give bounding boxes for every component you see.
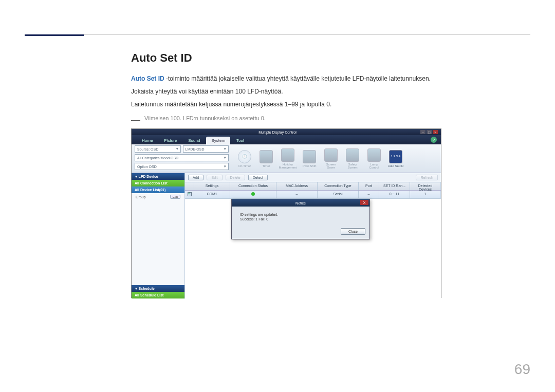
col-mac: MAC Address [276,182,318,190]
sidebar-head-lfd[interactable]: LFD Device [132,173,184,180]
delete-button[interactable]: Delete [226,175,245,180]
combo-extra-1[interactable]: All Categories/Mood OSD▾ [135,154,229,161]
dialog-title: Notice X [232,199,369,207]
grid-header: Settings Connection Status MAC Address C… [185,182,441,191]
tab-tool[interactable]: Tool [231,137,249,144]
paragraph-1: Auto Set ID -toiminto määrittää jokaisel… [131,74,442,84]
sidebar-edit-button[interactable]: Edit [170,195,180,199]
paragraph-3: Laitetunnus määritetään ketjussa numeroj… [131,100,442,109]
minimize-icon[interactable]: – [420,130,425,134]
col-port: Port [359,182,379,190]
grid-toolbar: Add Edit Delete Detect Refresh [185,173,441,182]
edit-button[interactable]: Edit [207,175,222,180]
tab-system[interactable]: System [206,137,230,144]
rule-top [25,34,530,35]
ribbon-icons: 🕐On Timer Timer Holiday Management Pixel… [232,148,441,169]
col-detected: Detected Devices [410,182,441,190]
term-highlight: Auto Set ID [131,75,164,82]
col-range: SET ID Ran... [379,182,410,190]
checkbox-icon[interactable] [188,192,192,196]
refresh-button[interactable]: Refresh [416,175,438,180]
chevron-down-icon: ▾ [224,147,226,151]
grid-icon: 1 2 3 4 [389,150,402,163]
table-row[interactable]: COM1 – Serial – 0 ~ 11 1 [185,191,441,199]
ribbon-holiday[interactable]: Holiday Management [279,148,297,169]
col-status: Connection Status [230,182,276,190]
col-type: Connection Type [318,182,359,190]
maximize-icon[interactable]: □ [427,130,432,134]
sidebar: LFD Device All Connection List All Devic… [132,173,185,298]
cell-port: – [359,191,379,198]
timer-icon [260,150,273,163]
sidebar-item-connections[interactable]: All Connection List [132,180,184,186]
dialog-body: ID settings are updated. Success: 1 Fail… [232,207,369,226]
status-dot-icon [251,192,255,196]
col-settings: Settings [194,182,230,190]
calendar-icon [281,148,294,162]
cell-type: Serial [318,191,359,198]
note-dash-icon: ― [131,115,140,124]
detect-button[interactable]: Detect [248,175,268,180]
close-icon[interactable]: × [433,130,438,134]
ribbon-clock[interactable]: 🕐On Timer [236,150,253,167]
paragraph-2: Jokaista yhteyttä voi käyttää enintään 1… [131,87,442,97]
ribbon: Source: OSD▾ LMDE-OSD▾ All Categories/Mo… [132,144,441,173]
rule-accent [25,34,84,36]
tab-sound[interactable]: Sound [183,137,205,144]
page-title: Auto Set ID [131,51,442,65]
document-body: Auto Set ID Auto Set ID -toiminto määrit… [131,51,442,124]
sidebar-item-devicelist[interactable]: All Device List(01) [132,186,184,193]
safety-icon [346,148,359,162]
screen-icon [324,148,338,162]
app-screenshot: Multiple Display Control – □ × Home Pict… [131,128,441,298]
main-pane: Add Edit Delete Detect Refresh Settings … [185,173,441,298]
cell-range: 0 ~ 11 [379,191,410,198]
ribbon-screen[interactable]: Screen Saver [322,148,340,169]
dialog-close-icon[interactable]: X [360,200,368,205]
notice-dialog: Notice X ID settings are updated. Succes… [231,199,370,239]
combo-model[interactable]: LMDE-OSD▾ [183,145,229,153]
page-number: 69 [514,361,530,378]
note: ― Viimeisen 100. LFD:n tunnukseksi on as… [131,115,442,124]
paragraph-1-rest: -toiminto määrittää jokaiselle valittua … [164,75,431,82]
tab-home[interactable]: Home [137,137,158,144]
ribbon-pixel[interactable]: Pixel Shift [301,150,318,167]
combo-extra-2[interactable]: Option OSD▾ [135,163,229,170]
cell-mac: – [276,191,318,198]
cell-status [230,191,276,198]
dialog-line-2: Success: 1 Fail: 0 [240,217,361,221]
sidebar-group: Group Edit [132,193,184,200]
window-title: Multiple Display Control [258,130,297,134]
pixel-icon [303,150,316,163]
chevron-down-icon: ▾ [176,147,178,151]
ribbon-lamp[interactable]: Lamp Control [365,148,383,169]
dialog-close-button[interactable]: Close [341,228,365,235]
tab-picture[interactable]: Picture [159,137,182,144]
ribbon-safety[interactable]: Safety Screen [344,148,361,169]
ribbon-timer[interactable]: Timer [257,150,275,167]
lamp-icon [367,148,381,162]
cell-settings: COM1 [194,191,230,198]
sidebar-group-label: Group [136,195,145,199]
note-text: Viimeisen 100. LFD:n tunnukseksi on aset… [144,115,266,121]
sidebar-head-schedule[interactable]: Schedule [132,285,184,292]
clock-icon: 🕐 [238,150,251,163]
body-area: LFD Device All Connection List All Devic… [132,173,441,298]
menu-tabs: Home Picture Sound System Tool ? [132,135,441,144]
sidebar-item-schedulelist[interactable]: All Schedule List [132,292,184,298]
dialog-line-1: ID settings are updated. [240,213,361,216]
ribbon-autoset[interactable]: 1 2 3 4Auto Set ID [387,150,404,167]
combo-source[interactable]: Source: OSD▾ [135,145,181,153]
cell-detected: 1 [410,191,441,198]
ribbon-combos: Source: OSD▾ LMDE-OSD▾ All Categories/Mo… [132,143,232,174]
add-button[interactable]: Add [188,175,203,180]
window-titlebar: Multiple Display Control – □ × [132,129,441,135]
help-icon[interactable]: ? [431,137,437,143]
